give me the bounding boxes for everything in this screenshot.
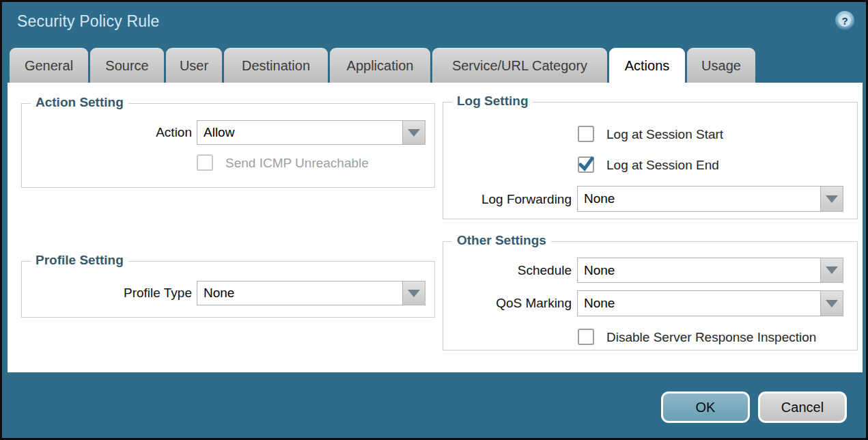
tab-user[interactable]: User [166, 48, 222, 83]
send-icmp-unreachable-checkbox [197, 154, 213, 171]
tab-bar: General Source User Destination Applicat… [10, 48, 755, 83]
log-forwarding-label: Log Forwarding [445, 192, 572, 207]
qos-marking-label: QoS Marking [445, 296, 572, 311]
disable-server-response-inspection-label: Disable Server Response Inspection [606, 330, 816, 345]
qos-marking-dropdown-value: None [577, 290, 820, 316]
action-setting-legend: Action Setting [31, 95, 128, 110]
log-setting-legend: Log Setting [452, 94, 533, 109]
schedule-dropdown-value: None [577, 258, 820, 283]
other-settings-legend: Other Settings [452, 233, 551, 248]
checkmark-icon [578, 157, 593, 172]
log-at-session-end-checkbox[interactable] [578, 156, 594, 173]
action-dropdown-value: Allow [197, 120, 402, 145]
disable-server-response-inspection-checkbox[interactable] [578, 329, 594, 345]
tab-service-url-category[interactable]: Service/URL Category [432, 48, 607, 83]
action-dropdown[interactable]: Allow [197, 120, 425, 145]
chevron-down-icon[interactable] [820, 258, 843, 283]
action-label: Action [62, 125, 192, 140]
security-policy-rule-dialog: Security Policy Rule ? General Source Us… [0, 0, 868, 440]
cancel-button[interactable]: Cancel [758, 391, 847, 423]
profile-type-dropdown-value: None [197, 281, 402, 305]
help-button[interactable]: ? [835, 11, 854, 30]
profile-setting-legend: Profile Setting [31, 253, 128, 268]
log-at-session-start-checkbox[interactable] [578, 126, 594, 142]
log-forwarding-dropdown[interactable]: None [577, 186, 843, 212]
tab-general[interactable]: General [10, 48, 88, 83]
tab-destination[interactable]: Destination [224, 48, 328, 83]
profile-type-label: Profile Type [62, 286, 192, 301]
chevron-down-icon[interactable] [402, 120, 425, 145]
chevron-down-icon[interactable] [820, 186, 843, 212]
chevron-down-icon[interactable] [820, 290, 843, 316]
ok-button[interactable]: OK [661, 391, 750, 423]
send-icmp-unreachable-label: Send ICMP Unreachable [225, 156, 369, 171]
qos-marking-dropdown[interactable]: None [577, 290, 843, 316]
actions-tab-panel: Action Setting Action Allow Send ICMP Un… [8, 83, 863, 372]
help-icon: ? [839, 14, 851, 27]
log-at-session-start-label: Log at Session Start [606, 127, 723, 142]
action-setting-group: Action Setting [21, 103, 435, 188]
profile-type-dropdown[interactable]: None [197, 281, 425, 305]
log-at-session-end-label: Log at Session End [606, 158, 719, 173]
chevron-down-icon[interactable] [402, 281, 425, 305]
schedule-label: Schedule [445, 263, 572, 278]
schedule-dropdown[interactable]: None [577, 258, 843, 283]
log-forwarding-dropdown-value: None [577, 186, 820, 212]
tab-usage[interactable]: Usage [687, 48, 755, 83]
tab-application[interactable]: Application [330, 48, 430, 83]
tab-source[interactable]: Source [90, 48, 164, 83]
dialog-title: Security Policy Rule [17, 12, 160, 31]
tab-actions[interactable]: Actions [609, 48, 685, 83]
